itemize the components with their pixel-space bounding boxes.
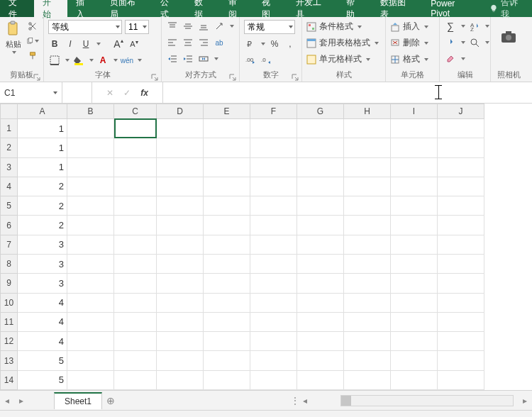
- sheet-tab[interactable]: Sheet1: [54, 392, 102, 409]
- row-header[interactable]: 7: [1, 235, 18, 254]
- cell[interactable]: [438, 157, 484, 177]
- increase-font-button[interactable]: A▴: [112, 38, 125, 50]
- cell[interactable]: [297, 293, 344, 312]
- tab-file[interactable]: 文件: [0, 0, 34, 17]
- row-header[interactable]: 1: [1, 118, 18, 138]
- camera-button[interactable]: [495, 20, 522, 54]
- cell[interactable]: [204, 177, 250, 196]
- cell[interactable]: [250, 196, 297, 216]
- cell[interactable]: [67, 196, 114, 216]
- row-header[interactable]: 3: [1, 157, 18, 177]
- cell[interactable]: [438, 177, 484, 196]
- cell[interactable]: [204, 370, 250, 389]
- bold-button[interactable]: B: [48, 38, 61, 50]
- cell[interactable]: [157, 332, 204, 351]
- cell[interactable]: [250, 293, 297, 312]
- cell[interactable]: [438, 196, 484, 216]
- cell[interactable]: [391, 293, 438, 312]
- font-launcher[interactable]: [151, 73, 158, 80]
- cell[interactable]: [250, 254, 297, 273]
- cell[interactable]: [67, 274, 114, 293]
- cell[interactable]: 4: [18, 293, 67, 312]
- cell[interactable]: [297, 118, 344, 138]
- align-center-button[interactable]: [182, 36, 194, 49]
- enter-formula-button[interactable]: ✓: [123, 88, 131, 98]
- cell[interactable]: [391, 196, 438, 216]
- align-left-button[interactable]: [166, 36, 179, 49]
- cell[interactable]: [344, 216, 391, 235]
- cell[interactable]: [297, 332, 344, 351]
- cell[interactable]: [204, 332, 250, 351]
- cell[interactable]: [344, 235, 391, 254]
- cell[interactable]: [114, 312, 157, 331]
- cell[interactable]: [114, 293, 157, 312]
- name-box[interactable]: C1: [0, 82, 62, 103]
- format-painter-button[interactable]: [26, 50, 39, 62]
- column-header-A[interactable]: A: [18, 104, 67, 119]
- cell[interactable]: [391, 312, 438, 331]
- row-header[interactable]: 4: [1, 177, 18, 196]
- align-middle-button[interactable]: [182, 20, 194, 33]
- cell[interactable]: 3: [18, 235, 67, 254]
- cell[interactable]: [157, 118, 204, 138]
- cell[interactable]: [204, 293, 250, 312]
- cell[interactable]: [67, 370, 114, 389]
- cell[interactable]: [391, 274, 438, 293]
- cell[interactable]: [204, 312, 250, 331]
- cell[interactable]: [391, 351, 438, 370]
- underline-button[interactable]: U: [79, 38, 92, 50]
- cell[interactable]: [438, 370, 484, 389]
- cell[interactable]: [67, 293, 114, 312]
- table-format-button[interactable]: 套用表格格式: [306, 36, 379, 50]
- cell[interactable]: [157, 351, 204, 370]
- column-header-C[interactable]: C: [114, 104, 157, 119]
- cell[interactable]: [67, 312, 114, 331]
- copy-button[interactable]: [26, 35, 39, 48]
- column-header-E[interactable]: E: [204, 104, 250, 119]
- cell[interactable]: [114, 118, 157, 138]
- cell[interactable]: [438, 351, 484, 370]
- format-cells-button[interactable]: 格式: [390, 52, 428, 66]
- cell[interactable]: [114, 196, 157, 216]
- cell[interactable]: [67, 235, 114, 254]
- cell[interactable]: [250, 274, 297, 293]
- tab-页面布局[interactable]: 页面布局: [101, 0, 152, 17]
- cell[interactable]: [67, 254, 114, 273]
- clear-button[interactable]: [444, 52, 457, 65]
- cell[interactable]: [344, 196, 391, 216]
- orientation-button[interactable]: [213, 20, 226, 33]
- cell[interactable]: [67, 157, 114, 177]
- cell[interactable]: [438, 254, 484, 273]
- cell[interactable]: [157, 157, 204, 177]
- insert-cells-button[interactable]: 插入: [390, 20, 428, 33]
- cell[interactable]: [67, 216, 114, 235]
- tell-me[interactable]: 告诉我: [484, 0, 532, 17]
- tab-插入[interactable]: 插入: [67, 0, 101, 17]
- row-header[interactable]: 11: [1, 312, 18, 331]
- number-format-select[interactable]: [244, 20, 295, 34]
- cell[interactable]: [297, 157, 344, 177]
- formula-input[interactable]: [163, 82, 532, 103]
- cell[interactable]: [204, 216, 250, 235]
- cell[interactable]: [114, 274, 157, 293]
- cell[interactable]: 5: [18, 370, 67, 389]
- cell[interactable]: [297, 274, 344, 293]
- cell[interactable]: [157, 293, 204, 312]
- cell[interactable]: 4: [18, 332, 67, 351]
- tab-split-handle[interactable]: ⋮: [291, 396, 298, 406]
- tab-开始[interactable]: 开始: [34, 0, 68, 17]
- cell[interactable]: [297, 216, 344, 235]
- cell[interactable]: 3: [18, 254, 67, 273]
- wrap-text-button[interactable]: ab: [213, 36, 226, 49]
- number-launcher[interactable]: [292, 73, 299, 80]
- tab-视图[interactable]: 视图: [253, 0, 287, 17]
- cell[interactable]: [391, 332, 438, 351]
- tab-公式[interactable]: 公式: [152, 0, 186, 17]
- cell[interactable]: [344, 293, 391, 312]
- cell[interactable]: [204, 254, 250, 273]
- cell[interactable]: [114, 216, 157, 235]
- cell[interactable]: 3: [18, 274, 67, 293]
- hscroll-left[interactable]: ◂: [298, 394, 312, 408]
- cell[interactable]: [344, 254, 391, 273]
- merge-button[interactable]: [197, 52, 210, 65]
